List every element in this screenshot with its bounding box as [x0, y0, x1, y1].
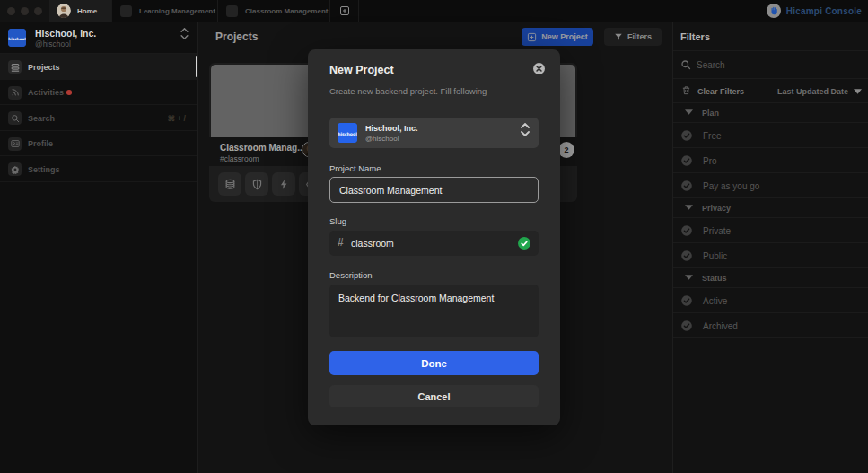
slug-value: classroom: [351, 238, 394, 249]
filter-option-private-label: Private: [703, 226, 731, 236]
projects-icon: [8, 60, 22, 74]
check-circle-icon: [680, 154, 693, 167]
active-indicator: [196, 56, 197, 77]
filter-option-free-label: Free: [703, 131, 722, 141]
search-icon: [680, 59, 691, 70]
trash-icon: [681, 85, 691, 95]
sidebar-item-projects[interactable]: Projects: [0, 54, 197, 80]
filters-clear-row: Clear Filters Last Updated Date: [673, 79, 868, 103]
activities-icon: [8, 86, 22, 100]
profile-icon: [8, 137, 22, 151]
chevron-down-icon: [685, 109, 693, 115]
sidebar-item-settings[interactable]: Settings: [0, 156, 197, 182]
filter-section-plan-label: Plan: [702, 109, 719, 118]
sidebar-item-profile[interactable]: Profile: [0, 131, 197, 157]
window-close-button[interactable]: [7, 7, 15, 15]
modal-org-name: Hischool, Inc.: [365, 124, 418, 133]
svg-text:hischool: hischool: [338, 132, 357, 136]
filters-title-row: [673, 22, 868, 51]
filter-option-free[interactable]: Free: [673, 123, 868, 148]
chevron-up-down-icon: [180, 28, 189, 39]
activities-notification-dot: [66, 90, 72, 95]
sidebar-item-settings-label: Settings: [28, 165, 60, 174]
brand-label: Hicampi Console: [786, 6, 862, 16]
filter-section-privacy-label: Privacy: [702, 204, 731, 213]
filters-panel: Filters Clear Filters Last Updated Date …: [672, 22, 868, 473]
slug-valid-check-icon: [518, 237, 530, 250]
close-icon[interactable]: [533, 63, 545, 74]
filter-section-plan[interactable]: Plan: [673, 103, 868, 123]
sidebar-item-search-label: Search: [28, 114, 55, 123]
check-circle-icon: [680, 180, 693, 192]
modal-subtitle: Create new backend project. Fill followi…: [329, 86, 487, 96]
org-avatar: hischool: [8, 29, 26, 47]
sidebar-item-activities[interactable]: Activities: [0, 80, 197, 106]
clear-filters-button[interactable]: Clear Filters: [697, 87, 744, 96]
new-tab-button[interactable]: [330, 0, 359, 22]
chevron-down-icon: [854, 89, 862, 94]
check-circle-icon: [680, 250, 693, 262]
modal-org-selector[interactable]: hischool Hischool, Inc. @hischool: [329, 118, 539, 148]
tab-classroom-management[interactable]: Classroom Management: [218, 0, 330, 22]
new-project-modal: New Project Create new backend project. …: [308, 49, 560, 425]
done-button[interactable]: Done: [329, 351, 539, 375]
filter-option-public-label: Public: [703, 251, 727, 261]
svg-text:hischool: hischool: [8, 37, 26, 41]
filter-option-pay-as-you-go[interactable]: Pay as you go: [673, 173, 868, 198]
tab-learning-management[interactable]: Learning Management: [112, 0, 218, 22]
tab-home-label: Home: [77, 7, 97, 15]
filter-option-active-label: Active: [703, 296, 727, 306]
org-switcher[interactable]: hischool Hischool, Inc. @hischool: [0, 22, 197, 54]
chevron-down-icon: [685, 205, 693, 210]
filter-section-status[interactable]: Status: [673, 268, 868, 288]
description-label: Description: [329, 270, 373, 280]
org-avatar: hischool: [338, 123, 357, 143]
chevron-up-down-icon: [521, 123, 530, 136]
sidebar: hischool Hischool, Inc. @hischool Projec…: [0, 22, 198, 473]
modal-org-handle: @hischool: [365, 135, 399, 143]
filter-option-public[interactable]: Public: [673, 243, 868, 268]
window-controls: [0, 0, 49, 22]
project-name-input[interactable]: [329, 177, 539, 203]
brand: Hicampi Console: [767, 0, 862, 22]
filter-section-privacy[interactable]: Privacy: [673, 198, 868, 218]
search-shortcut-hint: ⌘ + /: [167, 114, 186, 123]
org-name: Hischool, Inc.: [35, 28, 96, 39]
chevron-down-icon: [685, 275, 693, 280]
filter-option-active[interactable]: Active: [673, 288, 868, 313]
filter-option-pro[interactable]: Pro: [673, 148, 868, 173]
description-textarea[interactable]: Backend for Classroom Management: [329, 285, 539, 337]
tab-learning-management-icon: [120, 5, 132, 17]
tab-learning-management-label: Learning Management: [139, 7, 215, 15]
window-minimize-button[interactable]: [21, 7, 29, 15]
sort-dropdown[interactable]: Last Updated Date: [777, 87, 862, 96]
hicampi-logo-icon: [767, 4, 781, 18]
topbar: Home Learning Management Classroom Manag…: [0, 0, 868, 22]
slug-field[interactable]: # classroom: [329, 231, 539, 256]
org-handle: @hischool: [35, 39, 71, 48]
filters-search-row: [673, 51, 868, 79]
sidebar-item-activities-label: Activities: [28, 88, 64, 97]
window-maximize-button[interactable]: [34, 7, 42, 15]
check-circle-icon: [680, 294, 693, 307]
sidebar-item-profile-label: Profile: [28, 139, 53, 148]
filter-option-private[interactable]: Private: [673, 218, 868, 243]
settings-icon: [8, 162, 22, 176]
modal-title: New Project: [329, 64, 394, 76]
tab-home[interactable]: Home: [49, 0, 112, 22]
sort-dropdown-label: Last Updated Date: [777, 87, 848, 96]
tab-classroom-management-icon: [226, 5, 238, 17]
filters-search-input[interactable]: [697, 57, 858, 72]
sidebar-item-projects-label: Projects: [28, 63, 60, 72]
filter-option-archived[interactable]: Archived: [673, 313, 868, 338]
tab-classroom-management-label: Classroom Management: [245, 7, 328, 15]
slug-label: Slug: [329, 216, 346, 226]
check-circle-icon: [680, 320, 693, 332]
plus-square-icon: [339, 5, 350, 16]
cancel-button[interactable]: Cancel: [329, 385, 539, 407]
sidebar-item-search[interactable]: Search ⌘ + /: [0, 105, 197, 131]
check-circle-icon: [680, 224, 693, 237]
hash-icon: #: [338, 236, 344, 249]
filter-option-pro-label: Pro: [703, 156, 717, 166]
user-avatar: [57, 4, 71, 18]
